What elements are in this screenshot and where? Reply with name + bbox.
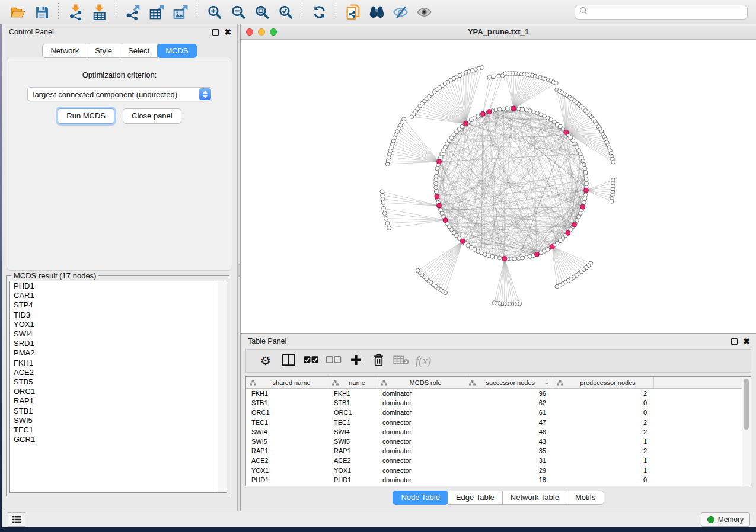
cell-name[interactable]: YOX1 <box>328 467 377 474</box>
mcds-result-node[interactable]: STP4 <box>10 300 227 310</box>
tab-network-table[interactable]: Network Table <box>502 491 567 505</box>
float-panel-icon[interactable] <box>212 29 219 36</box>
splitter-grip[interactable] <box>238 264 240 277</box>
table-scrollbar-thumb[interactable] <box>744 379 749 430</box>
refresh-button[interactable] <box>307 2 331 22</box>
mcds-result-node[interactable]: STB5 <box>10 377 227 387</box>
tab-node-table[interactable]: Node Table <box>393 491 448 505</box>
table-row[interactable]: FKH1FKH1dominator962 <box>246 389 751 398</box>
run-mcds-button[interactable]: Run MCDS <box>58 108 114 124</box>
select-all-button[interactable] <box>299 351 322 370</box>
cell-predecessor-nodes[interactable]: 2 <box>553 390 654 397</box>
mcds-result-node[interactable]: YOX1 <box>10 320 227 329</box>
cell-shared-name[interactable]: RAP1 <box>246 447 328 454</box>
float-table-panel-icon[interactable] <box>731 338 738 345</box>
search-box[interactable] <box>575 5 748 20</box>
table-row[interactable]: SWI4SWI4dominator462 <box>246 427 751 437</box>
table-scrollbar[interactable] <box>742 377 751 486</box>
cell-shared-name[interactable]: ACE2 <box>246 457 328 464</box>
column-header-successor-nodes[interactable]: successor nodes⌄ <box>465 377 553 388</box>
cell-MCDS-role[interactable]: connector <box>377 467 465 474</box>
cell-shared-name[interactable]: TEC1 <box>246 419 328 426</box>
cell-MCDS-role[interactable]: connector <box>377 438 465 445</box>
cell-shared-name[interactable]: FKH1 <box>246 390 328 397</box>
cell-MCDS-role[interactable]: dominator <box>377 390 465 397</box>
mcds-result-node[interactable]: GCR1 <box>10 435 227 444</box>
open-file-button[interactable] <box>6 2 30 22</box>
task-history-button[interactable] <box>8 512 25 527</box>
cell-successor-nodes[interactable]: 43 <box>465 438 553 445</box>
cell-shared-name[interactable]: YOX1 <box>246 467 328 474</box>
cell-successor-nodes[interactable]: 62 <box>465 399 553 406</box>
network-canvas[interactable] <box>241 40 756 332</box>
zoom-in-button[interactable] <box>202 2 226 22</box>
close-panel-button[interactable]: Close panel <box>123 108 181 124</box>
close-table-panel-icon[interactable]: ✖ <box>743 338 750 345</box>
column-header-predecessor-nodes[interactable]: predecessor nodes <box>553 377 654 388</box>
export-table-button[interactable] <box>145 2 168 22</box>
cell-predecessor-nodes[interactable]: 1 <box>553 467 654 474</box>
mcds-result-node[interactable]: RAP1 <box>10 396 227 406</box>
tab-select[interactable]: Select <box>120 44 158 58</box>
tab-network[interactable]: Network <box>42 44 87 58</box>
cell-name[interactable]: TEC1 <box>328 419 377 426</box>
zoom-out-button[interactable] <box>226 2 250 22</box>
cell-predecessor-nodes[interactable]: 2 <box>553 419 654 426</box>
delete-column-button[interactable] <box>367 351 390 370</box>
mcds-result-node[interactable]: TEC1 <box>10 425 227 435</box>
cell-shared-name[interactable]: STB1 <box>246 399 328 406</box>
mcds-result-node[interactable]: ACE2 <box>10 368 227 377</box>
memory-button[interactable]: Memory <box>701 512 750 527</box>
column-header-shared-name[interactable]: shared name <box>246 377 328 388</box>
export-network-button[interactable] <box>121 2 145 22</box>
cell-shared-name[interactable]: SWI5 <box>246 438 328 445</box>
table-row[interactable]: STB1STB1dominator620 <box>246 398 751 408</box>
mcds-result-node[interactable]: TID3 <box>10 310 227 320</box>
cell-successor-nodes[interactable]: 47 <box>465 419 553 426</box>
cell-MCDS-role[interactable]: connector <box>377 419 465 426</box>
cell-shared-name[interactable]: PHD1 <box>246 476 328 483</box>
mcds-result-node[interactable]: CAR1 <box>10 291 227 300</box>
save-session-button[interactable] <box>30 2 53 22</box>
cell-successor-nodes[interactable]: 46 <box>465 428 553 435</box>
close-panel-icon[interactable]: ✖ <box>224 29 231 36</box>
zoom-fit-button[interactable] <box>250 2 273 22</box>
import-network-button[interactable] <box>63 2 87 22</box>
mcds-result-node[interactable]: FKH1 <box>10 358 227 368</box>
cell-successor-nodes[interactable]: 35 <box>465 447 553 454</box>
cell-predecessor-nodes[interactable]: 1 <box>553 438 654 445</box>
cell-name[interactable]: RAP1 <box>328 447 377 454</box>
table-row[interactable]: RAP1RAP1dominator352 <box>246 446 751 456</box>
cell-MCDS-role[interactable]: dominator <box>377 476 465 483</box>
tab-motifs[interactable]: Motifs <box>567 491 604 505</box>
mcds-result-node[interactable]: SWI5 <box>10 416 227 425</box>
cell-successor-nodes[interactable]: 31 <box>465 457 553 464</box>
split-panel-button[interactable] <box>277 351 299 370</box>
column-header-MCDS-role[interactable]: MCDS role <box>377 377 465 388</box>
optimization-criterion-select[interactable]: largest connected component (undirected) <box>27 87 212 101</box>
table-row[interactable]: PHD1PHD1dominator180 <box>246 475 751 485</box>
export-image-button[interactable] <box>168 2 192 22</box>
cell-name[interactable]: SWI5 <box>328 438 377 445</box>
cell-shared-name[interactable]: ORC1 <box>246 409 328 416</box>
cell-successor-nodes[interactable]: 18 <box>465 476 553 483</box>
cell-name[interactable]: STB1 <box>328 399 377 406</box>
table-settings-button[interactable]: ⚙ <box>254 351 277 370</box>
tab-edge-table[interactable]: Edge Table <box>448 491 503 505</box>
search-neighbors-button[interactable] <box>365 2 388 22</box>
cell-successor-nodes[interactable]: 61 <box>465 409 553 416</box>
search-input[interactable] <box>588 8 743 16</box>
mcds-result-node[interactable]: STB1 <box>10 406 227 416</box>
mcds-result-node[interactable]: SWI4 <box>10 329 227 339</box>
cell-MCDS-role[interactable]: dominator <box>377 447 465 454</box>
cell-successor-nodes[interactable]: 96 <box>465 390 553 397</box>
cell-name[interactable]: FKH1 <box>328 390 377 397</box>
cell-predecessor-nodes[interactable]: 0 <box>553 399 654 406</box>
zoom-selected-button[interactable] <box>273 2 297 22</box>
table-row[interactable]: ACE2ACE2connector311 <box>246 456 751 465</box>
import-table-button[interactable] <box>87 2 111 22</box>
cell-MCDS-role[interactable]: dominator <box>377 409 465 416</box>
tab-mcds[interactable]: MCDS <box>157 44 196 58</box>
hide-selected-button[interactable] <box>388 2 412 22</box>
cell-MCDS-role[interactable]: dominator <box>377 399 465 406</box>
